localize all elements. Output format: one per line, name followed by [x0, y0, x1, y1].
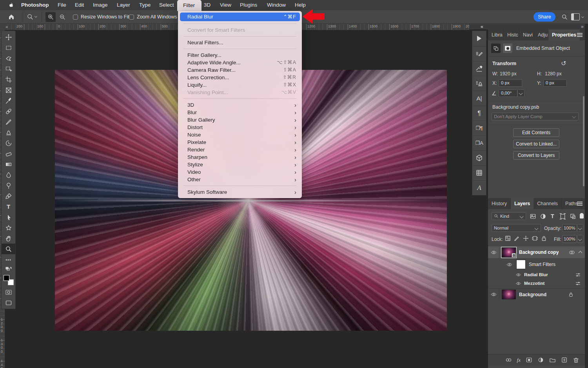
type-tool[interactable]: T: [2, 201, 15, 212]
tab-adjustments[interactable]: Adju: [534, 29, 548, 40]
swap-colors-icon[interactable]: [2, 265, 15, 273]
edit-contents-button[interactable]: Edit Contents: [513, 128, 559, 137]
filter-toggle-pin-icon[interactable]: [580, 213, 584, 219]
opacity-field[interactable]: 100%: [562, 224, 577, 232]
fill-dropdown[interactable]: [577, 235, 583, 243]
tab-histogram[interactable]: Histc: [504, 29, 519, 40]
menu-window[interactable]: Window: [267, 0, 286, 10]
layer-comp-select[interactable]: Don't Apply Layer Comp: [492, 113, 579, 120]
lock-position-icon[interactable]: [523, 235, 529, 242]
search-icon[interactable]: [560, 12, 569, 22]
new-layer-icon[interactable]: [561, 357, 568, 363]
zoom-out-button[interactable]: [57, 12, 67, 22]
foreground-color-swatch[interactable]: [4, 275, 9, 281]
zoom-tool-preset[interactable]: [25, 12, 39, 22]
layer-row-background-copy[interactable]: Background copy: [488, 246, 585, 258]
menu-item-radial-blur[interactable]: Radial Blur ⌃⌘F: [180, 13, 300, 21]
layer-row-mezzotint[interactable]: Mezzotint: [488, 279, 585, 288]
brush-settings-panel-icon[interactable]: [472, 46, 486, 61]
add-mask-icon[interactable]: [526, 357, 532, 363]
gradient-tool[interactable]: [2, 159, 15, 169]
menu-item-neural-filters[interactable]: Neural Filters...: [178, 39, 302, 46]
properties-scrollbar[interactable]: [583, 96, 584, 186]
brush-tool[interactable]: [2, 117, 15, 127]
menu-item-stylize[interactable]: Stylize ›: [178, 161, 302, 168]
layer-name[interactable]: Background: [519, 292, 546, 297]
angle-dropdown[interactable]: [517, 89, 524, 97]
collapse-filters-chevron-icon[interactable]: [579, 251, 583, 255]
blend-mode-select[interactable]: Normal: [492, 224, 541, 232]
frame-tool[interactable]: [2, 85, 15, 95]
crop-tool[interactable]: [2, 74, 15, 85]
actions-panel-icon[interactable]: [472, 31, 486, 46]
dodge-tool[interactable]: [2, 180, 15, 191]
zoom-all-windows-checkbox[interactable]: [129, 15, 134, 20]
link-layers-icon[interactable]: [505, 357, 512, 363]
smart-filters-toggle-icon[interactable]: [569, 250, 575, 255]
tab-history[interactable]: History: [488, 198, 511, 209]
filter-type-layers-icon[interactable]: T: [551, 213, 554, 219]
menu-view[interactable]: View: [220, 0, 231, 10]
delete-layer-icon[interactable]: [573, 357, 579, 363]
menu-item-pixelate[interactable]: Pixelate ›: [178, 138, 302, 146]
menu-plugins[interactable]: Plugins: [240, 0, 257, 10]
filter-shape-layers-icon[interactable]: [559, 213, 566, 220]
menu-3d[interactable]: 3D: [204, 0, 211, 10]
angle-field[interactable]: 0,00°: [499, 89, 517, 97]
visibility-toggle[interactable]: [506, 262, 512, 268]
panel-menu-icon[interactable]: [577, 33, 583, 37]
menu-item-liquify[interactable]: Liquify... ⇧⌘X: [178, 81, 302, 89]
resize-windows-checkbox[interactable]: [73, 15, 78, 20]
menu-help[interactable]: Help: [295, 0, 306, 10]
menu-item-render[interactable]: Render ›: [178, 146, 302, 153]
visibility-toggle[interactable]: [516, 272, 521, 277]
healing-brush-tool[interactable]: [2, 106, 15, 117]
opacity-dropdown[interactable]: [577, 224, 583, 232]
visibility-toggle[interactable]: [516, 281, 521, 286]
paragraph-styles-panel-icon[interactable]: ❐¶: [472, 120, 486, 135]
tab-libraries[interactable]: Libra: [488, 29, 504, 40]
blur-tool[interactable]: [2, 169, 15, 180]
smart-filter-name[interactable]: Mezzotint: [524, 281, 544, 286]
workspace-switcher-icon[interactable]: [571, 13, 580, 20]
reset-transform-icon[interactable]: ↺: [561, 60, 566, 67]
menu-item-sharpen[interactable]: Sharpen ›: [178, 153, 302, 161]
menu-item-lens-correction[interactable]: Lens Correction... ⇧⌘R: [178, 74, 302, 81]
new-group-icon[interactable]: [549, 357, 556, 363]
filter-mask-thumbnail[interactable]: [516, 260, 526, 269]
convert-to-linked-button[interactable]: Convert to Linked...: [513, 140, 559, 148]
brushes-panel-icon[interactable]: [472, 61, 486, 76]
mask-properties-icon[interactable]: [503, 44, 512, 53]
lock-pixels-icon[interactable]: [514, 235, 520, 242]
screen-mode-button[interactable]: [2, 297, 15, 308]
history-brush-tool[interactable]: [2, 138, 15, 148]
menu-item-adaptive-wide-angle[interactable]: Adaptive Wide Angle... ⌥⇧⌘A: [178, 59, 302, 66]
layer-row-smart-filters[interactable]: Smart Filters: [488, 259, 585, 270]
menu-photoshop[interactable]: Photoshop: [21, 0, 49, 10]
apple-menu-icon[interactable]: [8, 0, 14, 11]
layers-panel-menu-icon[interactable]: [577, 202, 583, 206]
quick-mask-button[interactable]: [2, 287, 15, 297]
menu-image[interactable]: Image: [93, 0, 108, 10]
eraser-tool[interactable]: [2, 148, 15, 159]
paragraph-panel-icon[interactable]: ¶: [472, 106, 486, 120]
menu-type[interactable]: Type: [139, 0, 151, 10]
menu-item-blur-gallery[interactable]: Blur Gallery ›: [178, 116, 302, 124]
menu-item-filter-gallery[interactable]: Filter Gallery...: [178, 51, 302, 59]
share-button[interactable]: Share: [534, 12, 555, 22]
tab-navigator[interactable]: Navi: [519, 29, 534, 40]
layer-row-background[interactable]: Background: [488, 288, 585, 300]
filter-smart-objects-icon[interactable]: [570, 213, 576, 220]
object-selection-tool[interactable]: [2, 64, 15, 74]
menu-item-skylum-software[interactable]: Skylum Software ›: [178, 188, 302, 196]
pen-tool[interactable]: [2, 191, 15, 201]
panel-group-collapse-icon[interactable]: »: [581, 24, 584, 29]
lasso-tool[interactable]: [2, 53, 15, 64]
zoom-tool[interactable]: [2, 244, 15, 254]
menu-item-3d[interactable]: 3D ›: [178, 101, 302, 109]
shape-tool[interactable]: [2, 222, 15, 233]
x-position-field[interactable]: 0 px: [499, 79, 522, 87]
dock-collapse-icon[interactable]: «: [481, 24, 483, 29]
layer-style-fx-icon[interactable]: fx: [517, 357, 521, 363]
smart-filters-label[interactable]: Smart Filters: [529, 262, 555, 267]
